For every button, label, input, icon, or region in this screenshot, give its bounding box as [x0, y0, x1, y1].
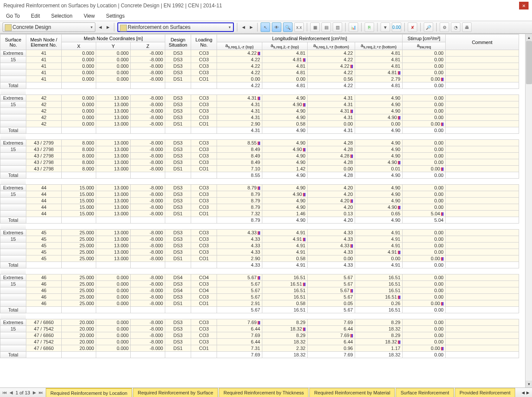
col-stirrup[interactable]: Stirrup [cm²/m²]: [403, 35, 446, 42]
cell[interactable]: 2.32: [262, 345, 308, 352]
cell[interactable]: 13.000: [96, 108, 131, 114]
cell[interactable]: 44: [26, 211, 62, 217]
cell[interactable]: 0.65: [355, 211, 403, 217]
cell[interactable]: [446, 352, 519, 358]
cell[interactable]: 4.22: [308, 82, 355, 89]
cell[interactable]: [446, 159, 519, 166]
cell[interactable]: 7.69: [308, 319, 355, 326]
cell[interactable]: 0.00: [403, 300, 446, 307]
cell[interactable]: [446, 236, 519, 243]
cell[interactable]: [62, 262, 96, 268]
cell[interactable]: 4.31: [308, 95, 355, 101]
cell[interactable]: 13.000: [96, 249, 131, 255]
cell[interactable]: 7.69: [217, 352, 262, 358]
cell[interactable]: CO1: [191, 211, 217, 217]
cell[interactable]: [446, 95, 519, 101]
cell[interactable]: 4.90: [355, 204, 403, 211]
cell[interactable]: [446, 108, 519, 114]
scroll-down-icon[interactable]: ▼: [526, 381, 532, 388]
cell[interactable]: 0.000: [96, 326, 131, 332]
tool-zoom-icon[interactable]: 🔍: [283, 22, 293, 32]
cell[interactable]: 4.90: [355, 95, 403, 101]
cell[interactable]: [131, 262, 165, 268]
cell[interactable]: 4.91: [262, 249, 308, 255]
cell[interactable]: 16.51: [355, 307, 403, 313]
cell[interactable]: 5.67: [308, 294, 355, 300]
cell[interactable]: DS3: [165, 50, 191, 57]
cell[interactable]: [446, 185, 519, 191]
cell[interactable]: CO3: [191, 294, 217, 300]
cell[interactable]: 8.55: [217, 140, 262, 146]
cell[interactable]: 0.00: [262, 76, 308, 82]
cell[interactable]: 20.000: [62, 345, 96, 352]
nav-next-icon[interactable]: ▶: [105, 25, 111, 29]
col-z[interactable]: Z: [131, 42, 165, 50]
cell[interactable]: DS1: [165, 76, 191, 82]
cell[interactable]: 8.29: [355, 319, 403, 326]
cell[interactable]: 4.28: [308, 159, 355, 166]
col-ln[interactable]: LoadingNo.: [191, 35, 217, 50]
cell[interactable]: 16.51: [355, 287, 403, 294]
cell[interactable]: 0.00: [403, 230, 446, 236]
cell[interactable]: 4.28: [308, 146, 355, 153]
cell[interactable]: 8.000: [62, 146, 96, 153]
cell[interactable]: 4.28: [308, 140, 355, 146]
cell[interactable]: CO3: [191, 63, 217, 69]
cell[interactable]: 4.33: [217, 236, 262, 243]
cell[interactable]: 0.05: [308, 300, 355, 307]
design-module-combo[interactable]: Concrete Design: [3, 22, 95, 32]
cell[interactable]: 0.000: [96, 319, 131, 326]
cell[interactable]: [62, 352, 96, 358]
cell[interactable]: 13.000: [96, 230, 131, 236]
tool-search-icon[interactable]: 🔎: [424, 22, 433, 32]
cell[interactable]: 0.00: [403, 153, 446, 159]
cell[interactable]: [446, 140, 519, 146]
cell[interactable]: 4.90: [355, 114, 403, 121]
cell[interactable]: DS1: [165, 121, 191, 127]
cell[interactable]: 4.28: [308, 172, 355, 179]
cell[interactable]: 5.67: [308, 287, 355, 294]
cell[interactable]: [165, 82, 191, 89]
cell[interactable]: -8.000: [131, 50, 165, 57]
cell[interactable]: 42: [26, 114, 62, 121]
cell[interactable]: [26, 82, 62, 89]
cell[interactable]: 25.000: [62, 300, 96, 307]
page-first-icon[interactable]: ⏮: [3, 390, 7, 395]
cell[interactable]: CO1: [191, 76, 217, 82]
cell[interactable]: 0.00: [403, 185, 446, 191]
cell[interactable]: [191, 82, 217, 89]
cell[interactable]: [446, 191, 519, 198]
tool-print-icon[interactable]: 🖶: [462, 22, 472, 32]
cell[interactable]: 4.33: [308, 236, 355, 243]
cell[interactable]: DS3: [165, 57, 191, 63]
vertical-scrollbar[interactable]: ▲ ▼: [525, 34, 532, 388]
cell[interactable]: 0.000: [96, 274, 131, 281]
cell[interactable]: DS3: [165, 153, 191, 159]
cell[interactable]: CO4: [191, 274, 217, 281]
cell[interactable]: 4.90: [355, 140, 403, 146]
cell[interactable]: 7.69: [217, 319, 262, 326]
cell[interactable]: DS4: [165, 287, 191, 294]
cell[interactable]: 16.51: [262, 294, 308, 300]
cell[interactable]: [62, 172, 96, 179]
cell[interactable]: -8.000: [131, 230, 165, 236]
cell[interactable]: 4.33: [308, 262, 355, 268]
cell[interactable]: DS3: [165, 281, 191, 287]
cell[interactable]: 8.55: [217, 172, 262, 179]
cell[interactable]: 0.56: [308, 76, 355, 82]
cell[interactable]: 0.000: [96, 345, 131, 352]
cell[interactable]: 4.31: [217, 108, 262, 114]
cell[interactable]: [446, 153, 519, 159]
cell[interactable]: [26, 352, 62, 358]
cell[interactable]: CO3: [191, 159, 217, 166]
cell[interactable]: [446, 294, 519, 300]
col-sw[interactable]: asw,req: [403, 42, 446, 50]
cell[interactable]: 13.000: [96, 236, 131, 243]
cell[interactable]: 6.44: [308, 339, 355, 345]
cell[interactable]: 4.90: [355, 198, 403, 204]
cell[interactable]: [446, 69, 519, 76]
cell[interactable]: 8.49: [217, 146, 262, 153]
tab-3[interactable]: Required Reinforcement by Material: [309, 388, 395, 397]
tab-4[interactable]: Surface Reinforcement: [396, 388, 454, 397]
cell[interactable]: 47 / 7542: [26, 326, 62, 332]
